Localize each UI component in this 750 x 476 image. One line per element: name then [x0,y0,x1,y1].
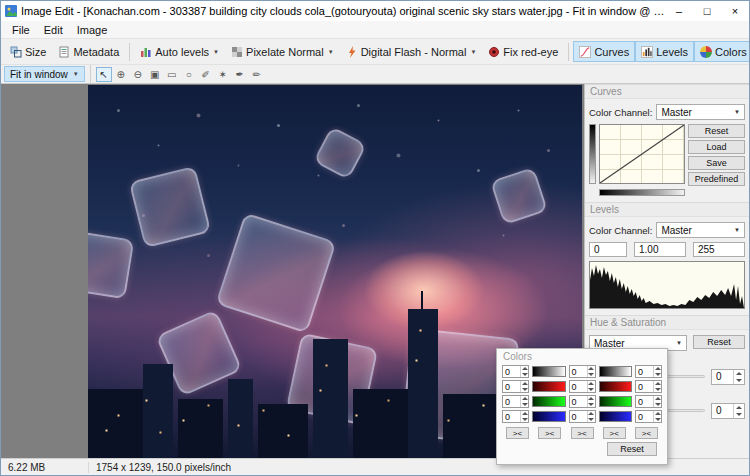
levels-panel-header: Levels [585,202,749,217]
gray-value-spinbox[interactable]: 0 [569,365,596,378]
close-button[interactable]: × [721,1,749,21]
toolbar-separator [129,43,130,61]
blue-value-spinbox[interactable]: 0 [502,410,529,423]
curves-reset-button[interactable]: Reset [688,124,745,138]
gray-gradient-slider[interactable] [599,366,633,377]
spin-down-icon[interactable] [588,372,595,378]
red-value-spinbox[interactable]: 0 [635,380,662,393]
levels-gamma-input[interactable]: 1.00 [634,242,686,257]
ellipse-select-tool[interactable]: ○ [181,67,197,82]
digital-flash-button[interactable]: Digital Flash - Normal ▼ [340,41,483,62]
spin-down-icon[interactable] [654,387,661,393]
spin-up-icon[interactable] [734,370,744,377]
pointer-tool[interactable]: ↖ [96,67,112,82]
spin-down-icon[interactable] [588,402,595,408]
hue-saturation-reset-button[interactable]: Reset [693,335,745,349]
spin-down-icon[interactable] [588,417,595,423]
curves-channel-select[interactable]: Master ▼ [656,104,745,120]
zoom-select[interactable]: Fit in window ▼ [4,66,85,82]
colors-row-gray: 0 0 0 [502,365,662,378]
chevron-down-icon[interactable]: ▼ [328,49,334,55]
levels-shadow-input[interactable]: 0 [589,242,627,257]
colors-panel-toggle[interactable]: Colors [694,41,750,62]
levels-highlight-input[interactable]: 255 [693,242,745,257]
zoom-in-tool[interactable]: ⊕ [113,67,129,82]
colors-reset-button[interactable]: Reset [607,442,657,456]
green-gradient-slider[interactable] [599,396,633,407]
toolbar-separator [90,65,91,83]
gray-value-spinbox[interactable]: 0 [502,365,529,378]
swap-button[interactable]: >< [538,427,561,439]
spin-down-icon[interactable] [734,377,744,384]
zoom-fit-tool[interactable]: ▣ [147,67,163,82]
auto-levels-button[interactable]: Auto levels ▼ [134,41,225,62]
colors-swap-row: >< >< >< >< >< [502,425,662,439]
blue-gradient-slider[interactable] [532,411,566,422]
gray-value-spinbox[interactable]: 0 [635,365,662,378]
levels-panel-toggle[interactable]: Levels [635,41,694,62]
spin-down-icon[interactable] [654,402,661,408]
curves-predefined-button[interactable]: Predefined [688,172,745,186]
curves-vertical-gradient [589,124,596,184]
ice-cube [313,126,367,180]
colors-icon [700,46,712,58]
blue-value-spinbox[interactable]: 0 [569,410,596,423]
spin-down-icon[interactable] [521,387,528,393]
gray-gradient-slider[interactable] [532,366,566,377]
size-button[interactable]: Size [4,41,52,62]
curves-save-button[interactable]: Save [688,156,745,170]
curves-grid[interactable] [599,124,685,184]
swap-button[interactable]: >< [506,427,529,439]
maximize-button[interactable]: □ [693,1,721,21]
saturation-spinbox[interactable]: 0 [711,403,745,419]
hue-spinbox[interactable]: 0 [711,369,745,385]
spin-down-icon[interactable] [521,417,528,423]
pixelate-button[interactable]: Pixelate Normal ▼ [225,41,340,62]
chevron-down-icon[interactable]: ▼ [213,49,219,55]
ice-cube [490,167,548,225]
curves-panel-toggle[interactable]: Curves [573,41,635,62]
spin-up-icon[interactable] [734,404,744,411]
image-info-status: 1754 x 1239, 150.0 pixels/inch [89,462,238,473]
spin-down-icon[interactable] [734,411,744,418]
rect-select-tool[interactable]: ▭ [164,67,180,82]
swap-button[interactable]: >< [635,427,658,439]
spin-down-icon[interactable] [521,402,528,408]
levels-channel-select[interactable]: Master ▼ [656,222,745,238]
green-value-spinbox[interactable]: 0 [502,395,529,408]
green-gradient-slider[interactable] [532,396,566,407]
building-lights [88,450,89,451]
blue-gradient-slider[interactable] [599,411,633,422]
red-gradient-slider[interactable] [532,381,566,392]
zoom-out-tool[interactable]: ⊖ [130,67,146,82]
magic-wand-tool[interactable]: ✶ [215,67,231,82]
fix-red-eye-button[interactable]: Fix red-eye [482,41,564,62]
red-gradient-slider[interactable] [599,381,633,392]
green-value-spinbox[interactable]: 0 [569,395,596,408]
menu-image[interactable]: Image [70,23,115,37]
titlebar: Image Edit - [Konachan.com - 303387 buil… [1,1,749,21]
chevron-down-icon[interactable]: ▼ [470,49,476,55]
color-channel-label: Color Channel: [589,107,652,118]
green-value-spinbox[interactable]: 0 [635,395,662,408]
spin-down-icon[interactable] [521,372,528,378]
red-value-spinbox[interactable]: 0 [502,380,529,393]
swap-button[interactable]: >< [603,427,626,439]
red-value-spinbox[interactable]: 0 [569,380,596,393]
spin-down-icon[interactable] [654,417,661,423]
menu-edit[interactable]: Edit [37,23,70,37]
colors-panel: Colors 0 0 0 0 0 0 0 0 0 [496,348,668,465]
eyedropper-tool[interactable]: ✒ [232,67,248,82]
lasso-select-tool[interactable]: ✐ [198,67,214,82]
menubar: File Edit Image [1,21,749,39]
spin-down-icon[interactable] [654,372,661,378]
swap-button[interactable]: >< [571,427,594,439]
metadata-button[interactable]: Metadata [52,41,125,62]
spin-down-icon[interactable] [588,387,595,393]
menu-file[interactable]: File [5,23,37,37]
brush-tool[interactable]: ✏ [249,67,265,82]
curves-load-button[interactable]: Load [688,140,745,154]
blue-value-spinbox[interactable]: 0 [635,410,662,423]
minimize-button[interactable]: – [665,1,693,21]
colors-panel-title[interactable]: Colors [497,349,667,364]
